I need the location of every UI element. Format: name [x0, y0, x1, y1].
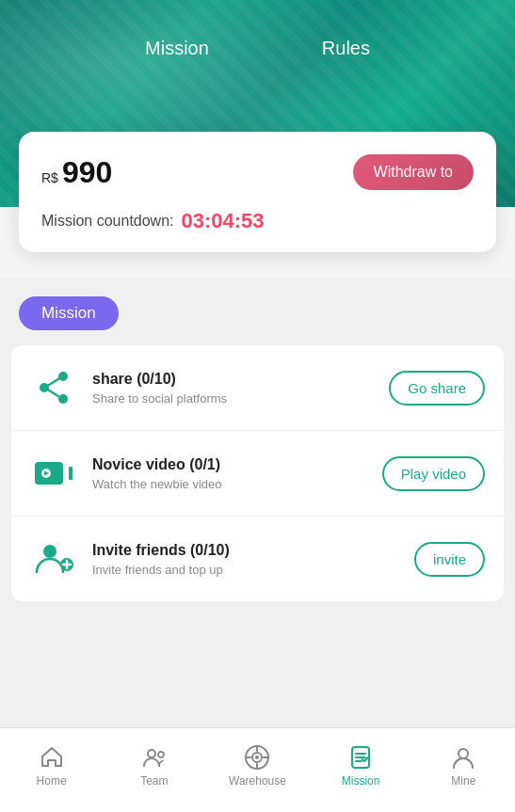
hero-mission-link[interactable]: Mission: [145, 38, 209, 59]
svg-point-24: [459, 749, 468, 758]
play-video-button[interactable]: Play video: [382, 456, 485, 491]
nav-item-mission[interactable]: Mission: [332, 744, 389, 788]
nav-item-home[interactable]: Home: [24, 744, 80, 788]
balance-card: R$990 Withdraw to Mission countdown: 03:…: [19, 132, 496, 252]
svg-point-1: [58, 394, 68, 404]
invite-icon: [30, 535, 77, 582]
video-mission-info: Novice video (0/1) Watch the newbie vide…: [92, 456, 367, 491]
home-nav-label: Home: [37, 774, 67, 788]
nav-item-team[interactable]: Team: [126, 744, 183, 788]
countdown-timer: 03:04:53: [182, 209, 265, 233]
svg-point-14: [148, 750, 155, 757]
invite-mission-desc: Invite friends and top up: [92, 563, 399, 577]
warehouse-icon: [244, 744, 270, 771]
nav-item-warehouse[interactable]: Warehouse: [229, 744, 286, 788]
invite-mission-info: Invite friends (0/10) Invite friends and…: [92, 542, 399, 577]
mission-nav-label: Mission: [342, 774, 380, 788]
mission-item-share: share (0/10) Share to social platforms G…: [11, 345, 504, 431]
countdown-label: Mission countdown:: [41, 213, 174, 230]
mine-nav-label: Mine: [451, 774, 475, 788]
svg-point-15: [158, 752, 164, 757]
mission-item-invite: Invite friends (0/10) Invite friends and…: [11, 517, 504, 601]
invite-button[interactable]: invite: [414, 542, 485, 577]
mine-icon: [450, 744, 476, 771]
hero-navigation: Mission Rules: [0, 0, 515, 78]
video-mission-title: Novice video (0/1): [92, 456, 367, 473]
team-icon: [141, 744, 168, 771]
mission-item-video: Novice video (0/1) Watch the newbie vide…: [11, 431, 504, 517]
home-icon: [39, 744, 65, 771]
currency-label: R$: [41, 170, 58, 185]
countdown-row: Mission countdown: 03:04:53: [41, 209, 474, 233]
mission-badge: Mission: [19, 296, 119, 330]
svg-point-10: [43, 545, 56, 558]
bottom-navigation: Home Team Warehouse: [0, 727, 515, 812]
go-share-button[interactable]: Go share: [389, 371, 485, 406]
share-icon: [30, 364, 77, 411]
mission-icon: [347, 744, 374, 771]
withdraw-button[interactable]: Withdraw to: [353, 154, 474, 190]
amount-value: 990: [62, 155, 112, 189]
balance-row: R$990 Withdraw to: [41, 154, 474, 190]
hero-rules-link[interactable]: Rules: [322, 38, 370, 59]
balance-display: R$990: [41, 155, 112, 190]
share-mission-info: share (0/10) Share to social platforms: [92, 371, 374, 406]
share-mission-desc: Share to social platforms: [92, 391, 374, 406]
main-content: Mission share (0/10) Share to social pla…: [0, 278, 515, 727]
share-mission-title: share (0/10): [92, 371, 374, 388]
invite-mission-title: Invite friends (0/10): [92, 542, 399, 559]
warehouse-nav-label: Warehouse: [229, 774, 286, 788]
team-nav-label: Team: [140, 774, 168, 788]
svg-line-4: [49, 390, 59, 397]
svg-point-18: [255, 756, 259, 759]
svg-rect-7: [69, 467, 72, 480]
mission-list: share (0/10) Share to social platforms G…: [11, 345, 504, 601]
nav-item-mine[interactable]: Mine: [435, 744, 491, 788]
svg-line-3: [49, 379, 59, 386]
video-icon: [30, 450, 77, 497]
svg-point-0: [58, 372, 68, 381]
svg-point-2: [40, 383, 49, 392]
video-mission-desc: Watch the newbie video: [92, 477, 367, 491]
